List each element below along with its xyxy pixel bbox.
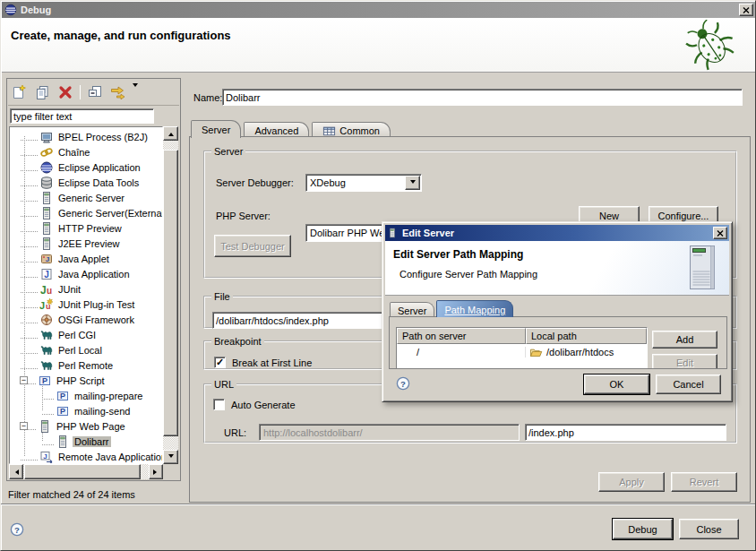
tree-vertical-scrollbar[interactable] — [163, 126, 178, 464]
table-row[interactable]: / /dolibarr/htdocs — [397, 344, 647, 359]
footer-separator — [1, 504, 756, 505]
scroll-left-button[interactable] — [9, 464, 23, 479]
dialog-help-icon[interactable] — [396, 376, 410, 392]
base-url-field: http://localhostdolibarr/ — [259, 424, 520, 441]
tree-item[interactable]: −PHP Web Page — [10, 418, 162, 434]
window-titlebar[interactable]: Debug — [2, 2, 756, 18]
config-tree: BPEL Process (B2J)ChaîneEclipse Applicat… — [9, 126, 163, 464]
cancel-button[interactable]: Cancel — [656, 375, 721, 394]
caret-down-icon[interactable] — [133, 87, 138, 98]
tree-item[interactable]: mailing-send — [10, 403, 162, 418]
edit-mapping-button[interactable]: Edit — [652, 354, 717, 369]
cell-path-on-server: / — [397, 347, 526, 357]
tree-item-label: Remote Java Application — [56, 452, 163, 462]
vertical-scrollbar-thumb[interactable] — [163, 150, 178, 436]
close-button[interactable]: Close — [679, 519, 739, 539]
tree-item[interactable]: Dolibarr — [10, 434, 162, 449]
tab-label: Path Mapping — [444, 305, 505, 315]
tree-item[interactable]: Perl CGI — [10, 327, 162, 342]
table-empty-area — [397, 359, 647, 369]
tree-horizontal-scrollbar[interactable] — [9, 464, 163, 479]
dialog-close-button[interactable] — [713, 227, 727, 239]
table-header-row: Path on server Local path — [397, 328, 647, 344]
tree-item-label: Java Application — [56, 269, 132, 280]
tree-item[interactable]: OSGi Framework — [10, 312, 162, 327]
server-icon — [56, 435, 70, 449]
tree-expander[interactable]: − — [20, 376, 28, 384]
tree-item[interactable]: Perl Local — [10, 342, 162, 357]
tree-item-label: BPEL Process (B2J) — [56, 132, 150, 142]
horizontal-scrollbar-thumb[interactable] — [24, 464, 141, 479]
tree-item-label: Perl Remote — [56, 360, 115, 371]
tree-item[interactable]: Generic Server — [10, 190, 162, 205]
filter-config-icon[interactable] — [109, 83, 127, 101]
server-icon — [39, 191, 54, 205]
server-group-legend: Server — [211, 146, 245, 157]
duplicate-config-icon[interactable] — [33, 83, 51, 101]
tree-item[interactable]: Chaîne — [10, 144, 162, 159]
bpel-process-icon — [39, 130, 54, 144]
server-icon — [387, 227, 398, 239]
tree-item[interactable]: BPEL Process (B2J) — [10, 129, 162, 144]
url-path-input[interactable] — [525, 424, 726, 441]
tree-item-label: mailing-prepare — [73, 391, 144, 401]
java-application-icon — [39, 267, 54, 281]
name-input[interactable] — [222, 89, 743, 106]
tree-item[interactable]: mailing-prepare — [10, 388, 162, 403]
auto-generate-checkbox[interactable] — [213, 399, 225, 410]
add-mapping-button[interactable]: Add — [652, 331, 717, 349]
dropdown-arrow-icon[interactable] — [405, 176, 420, 190]
dialog-tab-server[interactable]: Server — [390, 302, 434, 317]
window-close-button[interactable] — [739, 4, 753, 16]
dialog-tab-path-mapping[interactable]: Path Mapping — [436, 300, 513, 317]
java-applet-icon — [39, 252, 54, 266]
tree-item[interactable]: −PHP Script — [10, 373, 162, 388]
tree-item[interactable]: Eclipse Data Tools — [10, 175, 162, 190]
ok-button[interactable]: OK — [584, 375, 649, 394]
tree-item[interactable]: JUnit — [10, 281, 162, 297]
tab-server[interactable]: Server — [191, 120, 241, 138]
scroll-up-button[interactable] — [163, 126, 178, 141]
tree-item[interactable]: Remote Java Application — [10, 449, 162, 464]
column-path-on-server[interactable]: Path on server — [397, 328, 526, 344]
tab-label: Server — [202, 125, 230, 135]
server-icon — [39, 221, 54, 236]
tree-item-label: Eclipse Application — [56, 162, 142, 173]
tree-item[interactable]: J2EE Preview — [10, 236, 162, 251]
name-label: Name: — [193, 90, 222, 105]
dialog-heading: Edit Server Path Mapping — [393, 248, 523, 261]
bug-icon — [675, 20, 745, 73]
chain-icon — [39, 145, 54, 159]
tree-expander[interactable]: − — [20, 422, 28, 430]
camel-icon — [39, 328, 54, 342]
tree-item[interactable]: Eclipse Application — [10, 159, 162, 175]
scroll-right-button[interactable] — [149, 464, 163, 479]
remote-java-icon — [39, 450, 54, 464]
help-icon[interactable] — [10, 522, 24, 538]
tree-item-label: JUnit Plug-in Test — [56, 299, 136, 310]
tree-item[interactable]: Java Applet — [10, 251, 162, 266]
filter-input[interactable] — [10, 108, 154, 124]
server-debugger-select[interactable]: XDebug — [305, 174, 422, 192]
column-local-path[interactable]: Local path — [526, 328, 647, 344]
debug-button[interactable]: Debug — [613, 519, 673, 539]
tab-label: Advanced — [254, 125, 298, 136]
tree-item[interactable]: HTTP Preview — [10, 220, 162, 236]
tree-item[interactable]: Generic Server(External La — [10, 205, 162, 220]
collapse-all-icon[interactable] — [86, 83, 104, 101]
tree-item[interactable]: JUnit Plug-in Test — [10, 297, 162, 312]
osgi-icon — [39, 313, 54, 327]
tree-item-label: Perl Local — [56, 345, 104, 356]
tree-item[interactable]: Perl Remote — [10, 357, 162, 373]
dialog-titlebar[interactable]: Edit Server — [385, 225, 729, 241]
revert-button[interactable]: Revert — [671, 472, 737, 492]
scroll-down-button[interactable] — [163, 450, 178, 464]
test-debugger-button[interactable]: Test Debugger — [214, 235, 291, 257]
break-first-line-checkbox[interactable] — [214, 357, 226, 368]
tree-item-label: mailing-send — [73, 406, 132, 417]
delete-config-icon[interactable] — [56, 83, 74, 101]
new-config-icon[interactable] — [10, 83, 28, 101]
tree-item[interactable]: Java Application — [10, 266, 162, 281]
tree-item-label: Chaîne — [56, 147, 91, 158]
apply-button[interactable]: Apply — [598, 472, 665, 492]
